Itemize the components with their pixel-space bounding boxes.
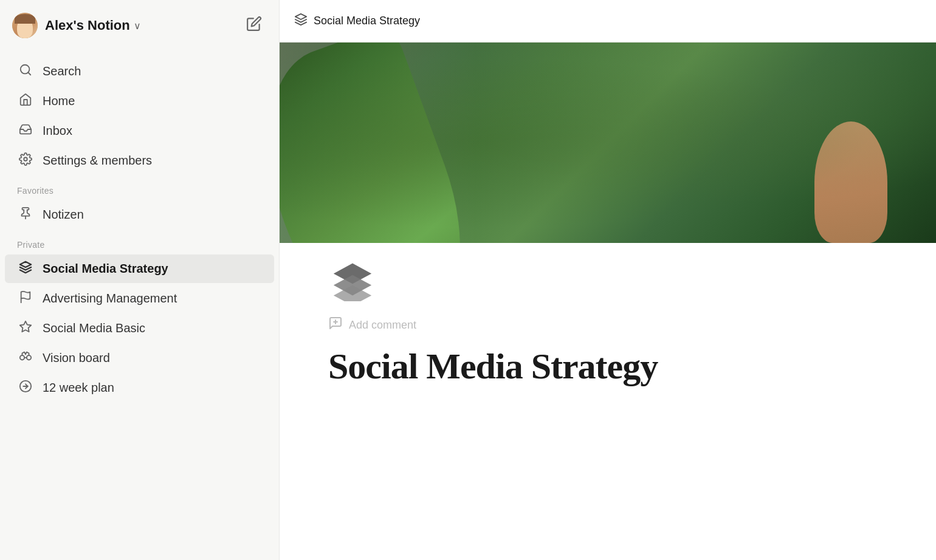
home-icon bbox=[17, 93, 34, 109]
sidebar-item-social-media-basic[interactable]: Social Media Basic bbox=[5, 314, 274, 343]
favorites-section-label: Favorites bbox=[0, 176, 279, 199]
page-icon-area bbox=[280, 243, 936, 310]
page-title-area: Social Media Strategy bbox=[280, 340, 936, 398]
settings-icon bbox=[17, 152, 34, 169]
sidebar-item-notizen[interactable]: Notizen bbox=[5, 200, 274, 229]
chevron-down-icon: ∨ bbox=[134, 20, 141, 32]
badge-icon bbox=[17, 320, 34, 336]
svg-point-2 bbox=[24, 157, 27, 161]
svg-marker-4 bbox=[20, 262, 31, 267]
sidebar-item-label-settings: Settings & members bbox=[43, 154, 152, 168]
binoculars-icon bbox=[17, 350, 34, 366]
main-content: Social Media Strategy bbox=[280, 0, 936, 560]
inbox-icon bbox=[17, 123, 34, 139]
svg-marker-11 bbox=[295, 14, 306, 19]
pin-icon bbox=[17, 207, 34, 223]
sidebar-item-label-vision-board: Vision board bbox=[43, 351, 110, 365]
page-title[interactable]: Social Media Strategy bbox=[328, 346, 887, 386]
avatar bbox=[12, 13, 38, 38]
page-icon-large bbox=[328, 255, 377, 304]
sidebar-item-settings[interactable]: Settings & members bbox=[5, 146, 274, 175]
svg-point-6 bbox=[20, 355, 24, 360]
sidebar-item-12-week-plan[interactable]: 12 week plan bbox=[5, 374, 274, 402]
sidebar-item-advertising-management[interactable]: Advertising Management bbox=[5, 284, 274, 313]
sidebar-item-label-12-week-plan: 12 week plan bbox=[43, 381, 114, 395]
sidebar-nav: Search Home Inbox bbox=[0, 51, 279, 408]
sidebar-item-label-inbox: Inbox bbox=[43, 124, 72, 138]
sidebar-header: Alex's Notion ∨ bbox=[0, 0, 279, 51]
svg-point-7 bbox=[27, 355, 31, 360]
topbar-page-icon bbox=[294, 13, 308, 29]
sidebar-item-inbox[interactable]: Inbox bbox=[5, 117, 274, 145]
sidebar-item-social-media-strategy[interactable]: Social Media Strategy bbox=[5, 254, 274, 283]
private-section-label: Private bbox=[0, 230, 279, 253]
arrow-circle-icon bbox=[17, 380, 34, 396]
sidebar-item-label-home: Home bbox=[43, 94, 75, 108]
sidebar-item-home[interactable]: Home bbox=[5, 87, 274, 115]
comment-icon bbox=[328, 316, 343, 334]
sidebar-item-search[interactable]: Search bbox=[5, 57, 274, 86]
search-icon bbox=[17, 63, 34, 80]
cover-image bbox=[280, 43, 936, 243]
add-comment-area[interactable]: Add comment bbox=[280, 310, 936, 340]
layers-icon-large bbox=[331, 258, 374, 301]
flag-icon bbox=[17, 290, 34, 307]
sidebar: Alex's Notion ∨ Search bbox=[0, 0, 280, 560]
sidebar-item-label-search: Search bbox=[43, 64, 81, 78]
layers-icon bbox=[17, 261, 34, 277]
workspace-name-area: Alex's Notion ∨ bbox=[45, 18, 141, 33]
topbar-title: Social Media Strategy bbox=[314, 15, 420, 27]
workspace-selector[interactable]: Alex's Notion ∨ bbox=[12, 13, 141, 38]
sidebar-item-label-social-media-basic: Social Media Basic bbox=[43, 321, 145, 335]
svg-line-1 bbox=[28, 72, 30, 75]
new-page-icon[interactable] bbox=[241, 11, 267, 40]
sidebar-item-label-notizen: Notizen bbox=[43, 208, 84, 222]
sidebar-item-label-social-media-strategy: Social Media Strategy bbox=[43, 262, 168, 276]
add-comment-label[interactable]: Add comment bbox=[349, 319, 416, 332]
sidebar-item-vision-board[interactable]: Vision board bbox=[5, 344, 274, 372]
top-bar: Social Media Strategy bbox=[280, 0, 936, 43]
workspace-name: Alex's Notion bbox=[45, 18, 130, 33]
sidebar-item-label-advertising-management: Advertising Management bbox=[43, 292, 177, 306]
